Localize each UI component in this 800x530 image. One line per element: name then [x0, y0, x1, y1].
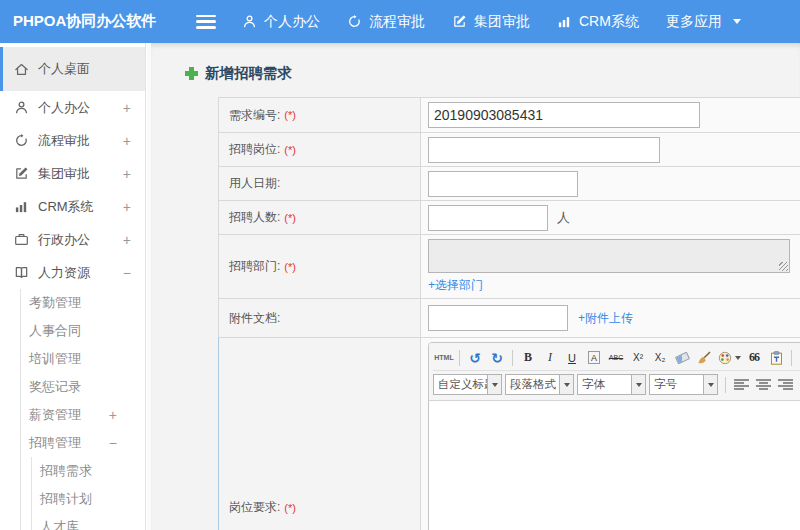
sidebar-item-personal-office[interactable]: 个人办公 + [0, 91, 145, 124]
paragraph-format-select[interactable]: 段落格式 [505, 374, 574, 395]
align-right-button[interactable] [775, 375, 795, 395]
edit-icon [14, 166, 29, 181]
expand-toggle[interactable]: + [109, 407, 117, 423]
process-icon [347, 14, 362, 29]
remove-format-button[interactable] [672, 348, 692, 368]
collapse-toggle[interactable]: − [109, 435, 117, 451]
sidebar-subitem-recruit-demand[interactable]: 招聘需求 [32, 457, 145, 485]
topnav-label: 更多应用 [666, 13, 722, 31]
sidebar-item-crm-system[interactable]: CRM系统 + [0, 190, 145, 223]
italic-button[interactable]: I [540, 348, 560, 368]
topnav-more-apps[interactable]: 更多应用 [666, 13, 741, 31]
user-icon [242, 14, 257, 29]
add-plus-icon [185, 67, 198, 80]
caret-down-icon [492, 383, 498, 387]
align-left-button[interactable] [731, 375, 751, 395]
source-code-button[interactable]: HTML [434, 348, 454, 368]
expand-toggle[interactable]: + [123, 166, 131, 182]
app-window: PHPOA协同办公软件 个人办公 流程审批 集团审批 [0, 0, 800, 530]
font-family-select[interactable]: 字体 [577, 374, 646, 395]
form-row-hire-date: 用人日期: [218, 167, 800, 201]
undo-icon[interactable]: ↺ [465, 348, 485, 368]
sidebar-item-process-approval[interactable]: 流程审批 + [0, 124, 145, 157]
rich-text-editor: HTML ↺ ↻ B I U A ABC X² [428, 342, 800, 530]
field-label: 招聘人数:(*) [219, 201, 421, 234]
blockquote-button[interactable]: 66 [744, 348, 764, 368]
demand-number-input[interactable] [428, 102, 700, 128]
sidebar-subitem-recruit-plan[interactable]: 招聘计划 [32, 485, 145, 513]
briefcase-icon [14, 232, 29, 247]
expand-toggle[interactable]: + [123, 100, 131, 116]
format-painter-button[interactable] [694, 348, 714, 368]
sidebar-item-admin-office[interactable]: 行政办公 + [0, 223, 145, 256]
user-icon [14, 100, 29, 115]
superscript-button[interactable]: X² [628, 348, 648, 368]
sidebar-subitem-rewards[interactable]: 奖惩记录 [21, 373, 145, 401]
sidebar-subitem-talent-pool[interactable]: 人才库 [32, 513, 145, 530]
sidebar-subitem-training[interactable]: 培训管理 [21, 345, 145, 373]
editor-toolbar: HTML ↺ ↻ B I U A ABC X² [429, 343, 800, 400]
hamburger-menu-icon[interactable] [196, 15, 216, 29]
sidebar-subitem-recruit-mgmt[interactable]: 招聘管理 − [21, 429, 145, 457]
sidebar-subitem-hr-contract[interactable]: 人事合同 [21, 317, 145, 345]
topnav-label: CRM系统 [579, 13, 639, 31]
color-palette-button[interactable] [716, 348, 742, 368]
required-mark: (*) [284, 144, 296, 156]
sidebar-subitem-salary[interactable]: 薪资管理 + [21, 401, 145, 429]
caret-down-icon [636, 383, 642, 387]
topnav-crm-system[interactable]: CRM系统 [557, 13, 639, 31]
main-content: 新增招聘需求 需求编号:(*) 招聘岗位:(*) [147, 43, 800, 530]
position-input[interactable] [428, 137, 660, 163]
form-row-job-requirements: 岗位要求:(*) HTML ↺ ↻ B I [218, 338, 800, 530]
sidebar-item-personal-desktop[interactable]: 个人桌面 [0, 47, 145, 91]
form-row-attachment: 附件文档: +附件上传 [218, 299, 800, 338]
topnav-personal-office[interactable]: 个人办公 [242, 13, 320, 31]
select-department-link[interactable]: +选择部门 [428, 277, 483, 294]
sidebar-item-label: 个人桌面 [38, 60, 131, 78]
topnav-group-approval[interactable]: 集团审批 [452, 13, 530, 31]
redo-icon[interactable]: ↻ [487, 348, 507, 368]
expand-toggle[interactable]: + [123, 133, 131, 149]
field-label: 岗位要求:(*) [219, 338, 421, 530]
page-header: 新增招聘需求 [151, 43, 800, 85]
sidebar-item-group-approval[interactable]: 集团审批 + [0, 157, 145, 190]
collapse-toggle[interactable]: − [123, 265, 131, 281]
top-navigation: 个人办公 流程审批 集团审批 CRM系统 更多应用 [242, 13, 768, 31]
bold-button[interactable]: B [518, 348, 538, 368]
page-title: 新增招聘需求 [205, 64, 292, 83]
field-label: 用人日期: [219, 167, 421, 200]
strikethrough-button[interactable]: ABC [606, 348, 626, 368]
attachment-input[interactable] [428, 305, 568, 331]
form-row-position: 招聘岗位:(*) [218, 133, 800, 167]
required-mark: (*) [284, 502, 296, 514]
edit-icon [452, 14, 467, 29]
custom-heading-select[interactable]: 自定义标题 [433, 374, 502, 395]
sidebar-item-human-resources[interactable]: 人力资源 − [0, 256, 145, 289]
align-center-icon [756, 379, 771, 390]
hr-submenu: 考勤管理 人事合同 培训管理 奖惩记录 薪资管理 + 招聘管理 − 招聘需求 [20, 289, 145, 530]
topnav-label: 集团审批 [474, 13, 530, 31]
font-name-button[interactable]: A [588, 351, 600, 364]
topnav-process-approval[interactable]: 流程审批 [347, 13, 425, 31]
sidebar-item-label: 行政办公 [38, 231, 123, 249]
topbar: PHPOA协同办公软件 个人办公 流程审批 集团审批 [0, 0, 800, 43]
sidebar: 个人桌面 个人办公 + 流程审批 + 集团审批 + [0, 43, 146, 530]
palette-icon [718, 351, 732, 365]
underline-button[interactable]: U [562, 348, 582, 368]
editor-content-area[interactable] [429, 400, 800, 530]
department-textarea[interactable] [428, 239, 790, 273]
expand-toggle[interactable]: + [123, 232, 131, 248]
align-center-button[interactable] [753, 375, 773, 395]
headcount-input[interactable] [428, 205, 548, 231]
field-label: 招聘岗位:(*) [219, 133, 421, 166]
form-row-demand-number: 需求编号:(*) [218, 98, 800, 133]
sidebar-subitem-attendance[interactable]: 考勤管理 [21, 289, 145, 317]
subscript-button[interactable]: X₂ [650, 348, 670, 368]
attachment-upload-link[interactable]: +附件上传 [578, 310, 633, 327]
expand-toggle[interactable]: + [123, 199, 131, 215]
form-row-headcount: 招聘人数:(*) 人 [218, 201, 800, 235]
sidebar-item-label: 个人办公 [38, 99, 123, 117]
paste-format-button[interactable] [766, 348, 786, 368]
font-size-select[interactable]: 字号 [649, 374, 718, 395]
hire-date-input[interactable] [428, 171, 578, 197]
